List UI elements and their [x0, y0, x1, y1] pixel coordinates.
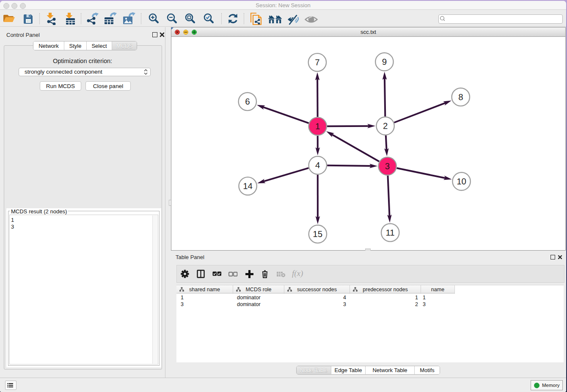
svg-text:4: 4 — [315, 160, 320, 170]
svg-text:8: 8 — [458, 92, 463, 102]
svg-text:7: 7 — [315, 57, 319, 67]
svg-text:1: 1 — [315, 121, 320, 131]
svg-text:2: 2 — [383, 121, 388, 131]
svg-text:3: 3 — [385, 161, 390, 171]
svg-text:11: 11 — [385, 227, 394, 237]
svg-text:6: 6 — [245, 97, 250, 106]
svg-text:10: 10 — [457, 177, 466, 186]
svg-text:15: 15 — [313, 229, 322, 239]
svg-text:14: 14 — [243, 181, 253, 190]
svg-text:9: 9 — [382, 57, 387, 66]
